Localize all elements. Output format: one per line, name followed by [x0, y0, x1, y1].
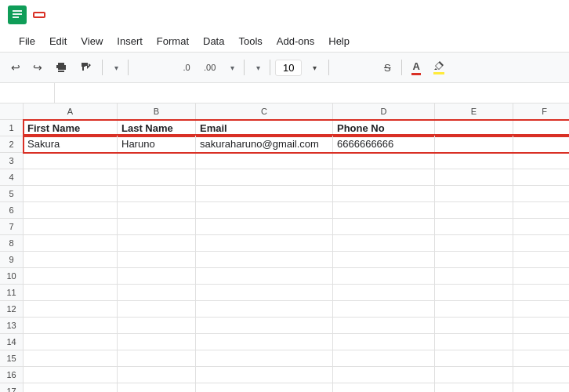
cell[interactable]	[118, 285, 196, 301]
cell[interactable]	[513, 186, 569, 202]
cell[interactable]	[333, 219, 435, 235]
cell[interactable]	[24, 235, 118, 252]
cell[interactable]	[333, 367, 435, 383]
menu-tools[interactable]: Tools	[232, 33, 268, 49]
cell[interactable]	[196, 268, 333, 285]
cell[interactable]	[333, 285, 435, 301]
cell[interactable]	[333, 318, 435, 334]
menu-format[interactable]: Format	[150, 33, 195, 49]
cell[interactable]	[333, 202, 435, 219]
cell[interactable]	[196, 318, 333, 334]
cell[interactable]	[196, 202, 333, 219]
cell[interactable]	[333, 252, 435, 268]
cell[interactable]	[333, 301, 435, 318]
cell[interactable]	[333, 153, 435, 169]
cell[interactable]	[196, 350, 333, 367]
font-color-button[interactable]: A	[407, 57, 426, 78]
col-header-a[interactable]: A	[24, 103, 118, 119]
cell[interactable]	[435, 219, 513, 235]
cell[interactable]	[513, 350, 569, 367]
cell[interactable]	[435, 334, 513, 350]
cell[interactable]	[118, 235, 196, 252]
col-header-b[interactable]: B	[118, 103, 196, 119]
more-formats-button[interactable]: ▾	[223, 61, 239, 74]
cell[interactable]	[24, 268, 118, 285]
dec-decimals-button[interactable]: .0	[177, 60, 196, 75]
cell[interactable]: 6666666666	[333, 135, 435, 153]
cell[interactable]: Phone No	[333, 120, 435, 136]
col-header-e[interactable]: E	[435, 103, 513, 119]
menu-view[interactable]: View	[74, 33, 109, 49]
cell[interactable]	[435, 301, 513, 318]
cell[interactable]	[513, 268, 569, 285]
cell[interactable]	[513, 153, 569, 169]
cell[interactable]	[435, 202, 513, 219]
cell[interactable]	[196, 285, 333, 301]
col-header-d[interactable]: D	[333, 103, 435, 119]
cell[interactable]	[118, 202, 196, 219]
italic-button[interactable]	[356, 64, 375, 71]
cell[interactable]	[513, 219, 569, 235]
cell[interactable]	[24, 285, 118, 301]
cell[interactable]	[118, 383, 196, 392]
cell[interactable]	[333, 383, 435, 392]
cell[interactable]	[24, 252, 118, 268]
cell[interactable]	[435, 350, 513, 367]
menu-data[interactable]: Data	[197, 33, 230, 49]
menu-insert[interactable]: Insert	[111, 33, 149, 49]
cell[interactable]	[513, 135, 569, 153]
cell[interactable]	[333, 186, 435, 202]
cell[interactable]	[513, 285, 569, 301]
cell[interactable]	[513, 318, 569, 334]
cell[interactable]	[118, 186, 196, 202]
document-title[interactable]	[33, 12, 45, 18]
cell[interactable]	[24, 202, 118, 219]
cell[interactable]	[513, 367, 569, 383]
percent-button[interactable]	[155, 64, 174, 71]
redo-button[interactable]: ↪	[28, 58, 47, 77]
cell[interactable]	[24, 367, 118, 383]
cell[interactable]	[196, 252, 333, 268]
cell[interactable]	[24, 383, 118, 392]
cell[interactable]	[118, 318, 196, 334]
cell[interactable]	[118, 169, 196, 186]
cell[interactable]	[435, 169, 513, 186]
cell[interactable]: First Name	[24, 120, 118, 136]
cell[interactable]	[333, 350, 435, 367]
fill-color-button[interactable]	[429, 57, 449, 78]
menu-addons[interactable]: Add-ons	[270, 33, 321, 49]
currency-button[interactable]	[133, 64, 152, 71]
cell[interactable]	[24, 350, 118, 367]
cell[interactable]	[513, 169, 569, 186]
bold-button[interactable]	[334, 64, 353, 71]
cell[interactable]	[435, 235, 513, 252]
cell[interactable]: sakuraharuno@gmail.com	[196, 135, 333, 153]
cell[interactable]	[435, 153, 513, 169]
cell[interactable]	[118, 252, 196, 268]
cell[interactable]	[435, 383, 513, 392]
cell[interactable]	[196, 186, 333, 202]
zoom-dropdown[interactable]: ▾	[107, 61, 123, 74]
cell[interactable]	[24, 219, 118, 235]
cell[interactable]	[435, 120, 513, 136]
cell[interactable]	[196, 334, 333, 350]
cell[interactable]	[24, 301, 118, 318]
cell[interactable]	[196, 153, 333, 169]
cell[interactable]	[118, 334, 196, 350]
strikethrough-button[interactable]: S	[378, 59, 397, 77]
col-header-c[interactable]: C	[196, 103, 333, 119]
print-button[interactable]	[50, 58, 72, 77]
cell[interactable]	[118, 350, 196, 367]
cell[interactable]	[513, 334, 569, 350]
cell[interactable]: Email	[196, 120, 333, 136]
cell[interactable]	[196, 235, 333, 252]
cell[interactable]	[513, 120, 569, 136]
cell[interactable]	[333, 235, 435, 252]
cell[interactable]	[513, 252, 569, 268]
cell[interactable]	[24, 186, 118, 202]
inc-decimals-button[interactable]: .00	[199, 60, 220, 75]
col-header-f[interactable]: F	[513, 103, 569, 119]
cell[interactable]: Haruno	[118, 135, 196, 153]
cell[interactable]	[435, 268, 513, 285]
cell[interactable]	[435, 285, 513, 301]
